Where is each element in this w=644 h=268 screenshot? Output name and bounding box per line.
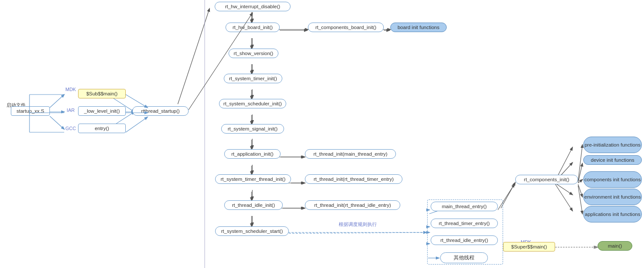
svg-line-35 <box>126 95 147 108</box>
svg-line-2 <box>50 116 64 129</box>
svg-line-61 <box>578 180 582 183</box>
components-board-init-node: rt_components_board_init() <box>308 23 384 32</box>
application-init-node: rt_application_init() <box>224 149 281 159</box>
show-version-node: rt_show_version() <box>229 49 278 58</box>
pre-init-functions-node: pre-initialization functions <box>583 137 642 153</box>
schedule-label: 根据调度规则执行 <box>330 221 386 228</box>
system-timer-thread-init-node: rt_system_timer_thread_init() <box>215 174 291 184</box>
main-thread-entry-node: main_thread_entry() <box>431 202 498 211</box>
board-init-functions-node: board init functions <box>390 23 447 32</box>
env-init-functions-node: environment init functions <box>583 189 642 205</box>
rt-thread-idle-entry-node: rt_thread_idle_entry() <box>431 235 498 245</box>
thread-init-timer-node: rt_thread_init(rt_thread_timer_entry) <box>305 174 402 184</box>
svg-line-63 <box>578 186 582 214</box>
other-threads-node: 其他线程 <box>440 252 488 263</box>
svg-line-0 <box>50 95 64 108</box>
thread-init-idle-node: rt_thread_init(rt_thread_idle_entry) <box>305 200 400 210</box>
hw-interrupt-disable-node: rt_hw_interrupt_disable() <box>215 2 291 11</box>
svg-line-37 <box>126 117 147 132</box>
svg-line-6 <box>178 9 209 104</box>
hw-board-init-node: rt_hw_board_init() <box>226 23 280 32</box>
diagram: 启动文件 startup_xx.S MDK IAR GCC $Sub$$main… <box>0 0 644 268</box>
mdk-label: MDK <box>64 87 77 92</box>
super-main-node: $Super$$main() <box>503 242 555 252</box>
gcc-label: GCC <box>64 126 77 131</box>
svg-line-60 <box>578 163 582 183</box>
system-scheduler-init-node: rt_system_scheduler_init() <box>219 99 286 108</box>
svg-line-28 <box>554 183 572 211</box>
svg-line-27 <box>554 183 572 195</box>
system-scheduler-start-node: rt_system_scheduler_start() <box>215 226 289 236</box>
iar-label: IAR <box>64 108 77 113</box>
main-func-node: main() <box>598 241 632 251</box>
rtthread-startup-node: rtthread_startup() <box>132 106 189 116</box>
components-init-node: rt_components_init() <box>515 175 578 184</box>
low-level-init-node: _low_level_init() <box>78 106 126 116</box>
startup-xx-node: startup_xx.S <box>11 106 50 116</box>
system-timer-init-node: rt_system_timer_init() <box>224 74 282 83</box>
components-init-functions-node: components init functions <box>583 171 642 188</box>
thread-idle-init-node: rt_thread_idle_init() <box>224 200 283 210</box>
system-signal-init-node: rt_system_signal_init() <box>221 124 284 134</box>
thread-init-main-node: rt_thread_init(main_thread_entry) <box>305 149 396 159</box>
svg-line-62 <box>578 184 582 197</box>
app-init-functions-node: applications init functions <box>583 206 642 222</box>
rt-thread-timer-entry-node: rt_thread_timer_entry() <box>431 219 498 228</box>
svg-line-59 <box>578 145 582 181</box>
entry-node: entry() <box>78 124 126 133</box>
device-init-functions-node: device init functions <box>583 155 642 165</box>
svg-line-53 <box>289 232 426 233</box>
sub-main-node: $Sub$$main() <box>78 89 126 98</box>
